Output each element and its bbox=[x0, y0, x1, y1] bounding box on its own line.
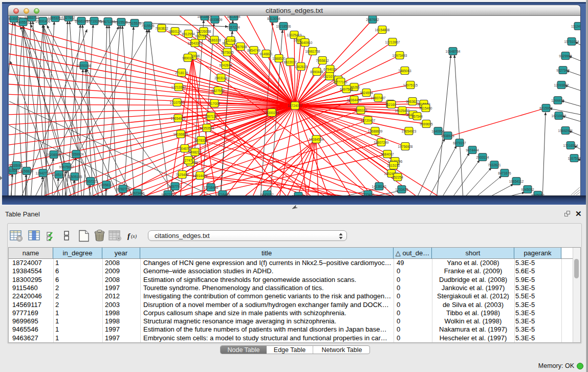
svg-text:7515526: 7515526 bbox=[115, 20, 128, 24]
svg-text:8990448: 8990448 bbox=[310, 70, 323, 74]
svg-text:9329966: 9329966 bbox=[559, 54, 572, 58]
svg-text:4835061: 4835061 bbox=[10, 164, 23, 167]
svg-text:9657791: 9657791 bbox=[168, 185, 182, 188]
svg-text:1640954: 1640954 bbox=[431, 129, 445, 133]
svg-text:1588520: 1588520 bbox=[272, 57, 286, 60]
svg-text:1167533: 1167533 bbox=[568, 157, 580, 160]
svg-text:12093872: 12093872 bbox=[554, 83, 569, 87]
svg-text:7386322: 7386322 bbox=[354, 108, 367, 112]
svg-text:10671355: 10671355 bbox=[101, 20, 116, 24]
svg-text:12923466: 12923466 bbox=[130, 191, 145, 195]
svg-text:2718176: 2718176 bbox=[175, 71, 188, 75]
svg-text:12353594: 12353594 bbox=[200, 126, 214, 130]
svg-text:15692971: 15692971 bbox=[558, 129, 573, 133]
svg-text:10025458: 10025458 bbox=[395, 109, 410, 113]
svg-text:8813054: 8813054 bbox=[227, 16, 241, 18]
svg-text:15716485: 15716485 bbox=[204, 186, 219, 189]
svg-text:8215958: 8215958 bbox=[539, 106, 553, 110]
svg-text:(x): (x) bbox=[131, 233, 137, 239]
svg-text:16914479: 16914479 bbox=[193, 174, 208, 178]
svg-text:9245052: 9245052 bbox=[292, 194, 305, 196]
svg-text:2803144: 2803144 bbox=[214, 76, 228, 80]
svg-text:10046768: 10046768 bbox=[178, 147, 192, 150]
svg-text:131546: 131546 bbox=[225, 39, 236, 42]
svg-text:15751074: 15751074 bbox=[564, 40, 579, 43]
svg-text:5878334: 5878334 bbox=[194, 139, 208, 142]
svg-text:9245052: 9245052 bbox=[260, 193, 274, 196]
svg-text:19654923: 19654923 bbox=[402, 129, 417, 133]
svg-text:957544: 957544 bbox=[411, 115, 423, 118]
svg-text:10719155: 10719155 bbox=[87, 19, 102, 23]
svg-text:7515526: 7515526 bbox=[141, 24, 155, 28]
svg-text:10654112: 10654112 bbox=[509, 180, 524, 183]
svg-text:9146821: 9146821 bbox=[259, 52, 273, 56]
svg-text:9860124: 9860124 bbox=[168, 30, 182, 33]
svg-text:8912954: 8912954 bbox=[182, 32, 195, 36]
svg-text:7632621: 7632621 bbox=[488, 163, 501, 167]
svg-text:9227342: 9227342 bbox=[556, 69, 570, 72]
svg-text:12213382: 12213382 bbox=[171, 85, 186, 89]
svg-text:12975115: 12975115 bbox=[403, 83, 418, 87]
svg-text:8454749: 8454749 bbox=[247, 49, 260, 52]
svg-text:12213967: 12213967 bbox=[385, 40, 400, 44]
svg-text:14136141: 14136141 bbox=[372, 185, 387, 188]
svg-text:7663822: 7663822 bbox=[155, 27, 168, 30]
svg-text:9699695: 9699695 bbox=[420, 122, 433, 126]
svg-text:16543382: 16543382 bbox=[188, 41, 203, 45]
svg-text:16210643: 16210643 bbox=[552, 114, 567, 118]
svg-text:1362615: 1362615 bbox=[294, 65, 308, 69]
svg-text:8471676: 8471676 bbox=[498, 171, 511, 175]
svg-text:1527602: 1527602 bbox=[62, 16, 75, 19]
svg-text:10807487: 10807487 bbox=[371, 96, 386, 100]
svg-text:10973493: 10973493 bbox=[393, 54, 407, 57]
svg-text:19384554: 19384554 bbox=[309, 138, 324, 141]
svg-text:3824554: 3824554 bbox=[360, 91, 373, 95]
svg-text:12942737: 12942737 bbox=[36, 171, 51, 175]
svg-text:17359924: 17359924 bbox=[69, 152, 84, 156]
svg-text:6794028: 6794028 bbox=[323, 68, 337, 71]
svg-text:12505185: 12505185 bbox=[68, 175, 82, 179]
svg-text:7485063: 7485063 bbox=[398, 69, 411, 73]
svg-text:19166829: 19166829 bbox=[173, 133, 188, 136]
svg-text:3875685: 3875685 bbox=[221, 51, 234, 54]
svg-text:18807249: 18807249 bbox=[374, 141, 389, 144]
svg-text:7955812: 7955812 bbox=[316, 59, 329, 62]
svg-text:15640910: 15640910 bbox=[298, 41, 313, 45]
svg-text:19218506: 19218506 bbox=[276, 25, 291, 28]
svg-text:6497568: 6497568 bbox=[340, 87, 353, 91]
svg-text:8822037: 8822037 bbox=[284, 60, 297, 64]
svg-text:19654925: 19654925 bbox=[171, 117, 186, 120]
svg-text:15720407: 15720407 bbox=[361, 119, 376, 122]
svg-text:20691406: 20691406 bbox=[36, 19, 51, 23]
svg-text:5498222: 5498222 bbox=[188, 150, 202, 154]
svg-text:2867608: 2867608 bbox=[234, 45, 247, 49]
svg-text:f: f bbox=[127, 232, 131, 240]
svg-text:9684067: 9684067 bbox=[381, 152, 394, 156]
svg-text:7515526: 7515526 bbox=[128, 21, 141, 25]
svg-text:11124982: 11124982 bbox=[571, 25, 580, 28]
svg-text:9242848: 9242848 bbox=[219, 63, 232, 67]
svg-text:3267130: 3267130 bbox=[204, 115, 217, 118]
svg-text:19756928: 19756928 bbox=[398, 145, 413, 148]
svg-text:10107553: 10107553 bbox=[170, 101, 185, 104]
svg-text:10653267: 10653267 bbox=[48, 16, 63, 20]
svg-text:1615152: 1615152 bbox=[387, 164, 400, 167]
svg-text:1145194: 1145194 bbox=[53, 173, 66, 177]
svg-text:29053346: 29053346 bbox=[77, 64, 92, 68]
svg-text:16033809: 16033809 bbox=[208, 18, 223, 21]
svg-text:99975687: 99975687 bbox=[59, 165, 74, 169]
svg-text:9474444: 9474444 bbox=[466, 148, 479, 152]
svg-text:18724007: 18724007 bbox=[288, 104, 302, 107]
svg-text:1244415: 1244415 bbox=[551, 99, 564, 102]
svg-text:10648784: 10648784 bbox=[446, 50, 461, 53]
svg-text:20206516: 20206516 bbox=[47, 153, 61, 157]
svg-text:6879197: 6879197 bbox=[453, 141, 466, 145]
svg-text:2933114: 2933114 bbox=[476, 156, 489, 159]
svg-text:8186328: 8186328 bbox=[208, 38, 221, 42]
svg-text:9115460: 9115460 bbox=[420, 106, 432, 110]
svg-text:2747: 2747 bbox=[185, 159, 192, 162]
svg-text:989015: 989015 bbox=[182, 56, 193, 60]
svg-text:15716485: 15716485 bbox=[215, 193, 230, 196]
svg-text:6966160: 6966160 bbox=[75, 19, 88, 23]
svg-text:9777169: 9777169 bbox=[334, 80, 347, 84]
